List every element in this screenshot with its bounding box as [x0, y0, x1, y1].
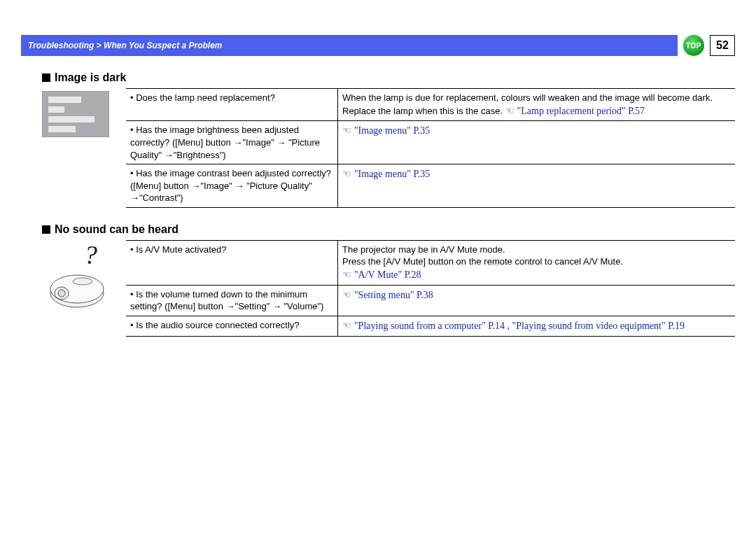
icon-column: ?: [42, 240, 126, 313]
link-setting-menu[interactable]: ☜ "Setting menu" P.38: [342, 290, 433, 300]
section-heading-text: No sound can be heard: [55, 223, 178, 235]
answer-cell: When the lamp is due for replacement, co…: [338, 89, 736, 121]
answer-cell: ☜ "Image menu" P.35: [338, 121, 736, 164]
troubleshoot-table: Is A/V Mute activated? The projector may…: [126, 240, 735, 337]
answer-text: The projector may be in A/V Mute mode.: [342, 244, 505, 255]
square-marker-icon: [42, 225, 50, 234]
link-playing-sound[interactable]: ☜ "Playing sound from a computer" P.14 ,…: [342, 321, 685, 331]
top-button[interactable]: TOP: [683, 35, 704, 56]
question-text: Is the volume turned down to the minimum…: [130, 289, 323, 312]
table-row: Is A/V Mute activated? The projector may…: [126, 240, 735, 285]
link-lamp-replacement[interactable]: ☜ "Lamp replacement period" P.57: [505, 106, 645, 116]
link-av-mute[interactable]: ☜ "A/V Mute" P.28: [342, 269, 421, 280]
question-cell: Is A/V Mute activated?: [126, 240, 338, 285]
link-image-menu[interactable]: ☜ "Image menu" P.35: [342, 125, 430, 136]
header-row: Troubleshooting > When You Suspect a Pro…: [21, 35, 735, 56]
answer-cell: ☜ "Playing sound from a computer" P.14 ,…: [338, 316, 736, 336]
brightness-bars-icon: [42, 91, 109, 137]
link-image-menu[interactable]: ☜ "Image menu" P.35: [342, 169, 430, 179]
square-marker-icon: [42, 73, 50, 82]
question-text: Does the lamp need replacement?: [130, 92, 275, 103]
svg-point-4: [73, 278, 92, 285]
svg-point-3: [58, 290, 65, 297]
question-cell: Is the audio source connected correctly?: [126, 316, 338, 336]
answer-cell: ☜ "Setting menu" P.38: [338, 285, 736, 316]
table-row: Is the audio source connected correctly?…: [126, 316, 735, 336]
question-text: Has the image contrast been adjusted cor…: [130, 168, 331, 203]
table-row: Has the image contrast been adjusted cor…: [126, 164, 735, 208]
answer-cell: The projector may be in A/V Mute mode. P…: [338, 240, 736, 285]
question-cell: Is the volume turned down to the minimum…: [126, 285, 338, 316]
question-text: Has the image brightness been adjusted c…: [130, 125, 320, 160]
projector-question-icon: ?: [42, 243, 112, 313]
question-cell: Has the image brightness been adjusted c…: [126, 121, 338, 164]
question-text: Is the audio source connected correctly?: [130, 320, 300, 330]
troubleshoot-table: Does the lamp need replacement? When the…: [126, 88, 735, 208]
table-row: Has the image brightness been adjusted c…: [126, 121, 735, 164]
table-row: Is the volume turned down to the minimum…: [126, 285, 735, 316]
svg-text:?: ?: [84, 243, 97, 269]
table-row: Does the lamp need replacement? When the…: [126, 89, 735, 121]
troubleshoot-block-no-sound: ? Is A/V Mute activated? The projector m…: [42, 240, 735, 337]
question-cell: Does the lamp need replacement?: [126, 89, 338, 121]
section-heading-no-sound: No sound can be heard: [42, 223, 735, 236]
section-heading-text: Image is dark: [55, 71, 126, 83]
troubleshoot-block-image-dark: Does the lamp need replacement? When the…: [42, 88, 735, 208]
icon-column: [42, 88, 126, 137]
page: Troubleshooting > When You Suspect a Pro…: [0, 0, 756, 534]
question-cell: Has the image contrast been adjusted cor…: [126, 164, 338, 208]
page-number: 52: [710, 35, 735, 56]
section-heading-image-dark: Image is dark: [42, 71, 735, 84]
answer-text: Press the [A/V Mute] button on the remot…: [342, 256, 623, 267]
question-text: Is A/V Mute activated?: [130, 244, 227, 255]
breadcrumb: Troubleshooting > When You Suspect a Pro…: [21, 35, 678, 56]
answer-cell: ☜ "Image menu" P.35: [338, 164, 736, 208]
